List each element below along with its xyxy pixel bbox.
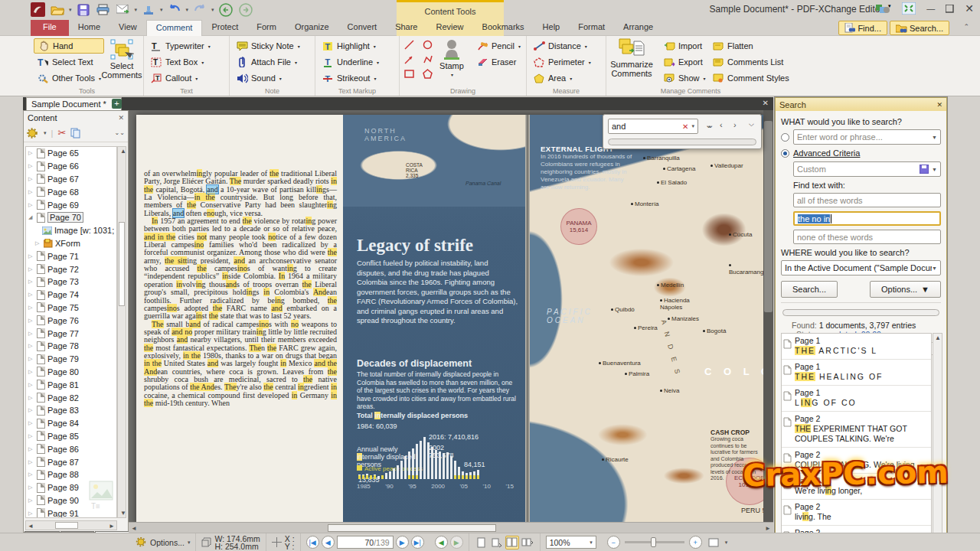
collapse-find-icon[interactable]: ⌵ — [749, 120, 754, 129]
zoom-slider[interactable] — [625, 541, 684, 543]
view-back-button[interactable]: ◀ — [435, 536, 448, 549]
results-scrollbar[interactable]: ▲▼ — [933, 333, 942, 544]
find-next-button[interactable]: › — [733, 120, 737, 129]
tree-item-page-72[interactable]: ▷Page 72 — [26, 262, 116, 276]
copy-icon[interactable] — [70, 128, 80, 139]
any-words-input[interactable]: the no in — [793, 211, 941, 226]
zoom-level-select[interactable]: 100%▾ — [546, 536, 596, 549]
tree-item-page-65[interactable]: ▷Page 65 — [26, 147, 116, 160]
continuous-view-icon[interactable] — [490, 536, 504, 549]
word-combo[interactable]: Enter word or phrase...▼ — [793, 129, 941, 145]
select-comments-button[interactable]: Select Comments — [98, 38, 145, 86]
eraser-button[interactable]: Eraser — [473, 54, 524, 70]
search-result-row[interactable]: Page 1THE HEALING OF — [782, 360, 931, 386]
save-criteria-icon[interactable] — [920, 165, 929, 174]
where-combo[interactable]: In the Active Document ("Sample Document… — [781, 260, 941, 276]
tab-home[interactable]: Home — [69, 20, 109, 36]
text-box-button[interactable]: TText Box▾ — [147, 54, 214, 70]
arrow-shape-icon[interactable] — [403, 53, 415, 65]
tree-horizontal-scrollbar[interactable]: ◄► — [25, 520, 117, 530]
sound-button[interactable]: Sound▾ — [233, 70, 303, 86]
underline-button[interactable]: TUnderline▾ — [318, 54, 382, 70]
find-button[interactable]: Find... — [838, 21, 887, 35]
open-button[interactable] — [49, 2, 66, 18]
page-number-input[interactable]: 70/139 — [337, 536, 394, 549]
previous-page-button[interactable]: ◀ — [322, 536, 335, 549]
new-tab-button[interactable]: + — [112, 99, 122, 109]
hand-tool-button[interactable]: Hand — [34, 38, 104, 54]
two-page-view-icon[interactable] — [505, 536, 519, 549]
other-tools-button[interactable]: Other Tools▾ — [34, 70, 104, 86]
tree-item-page-76[interactable]: ▷Page 76 — [26, 314, 116, 327]
fit-page-button[interactable] — [707, 536, 720, 549]
tab-protect[interactable]: Protect — [202, 20, 247, 36]
tree-item-page-81[interactable]: ▷Page 81 — [26, 378, 116, 391]
line-shape-icon[interactable] — [403, 38, 415, 51]
typewriter-button[interactable]: TTypewriter▾ — [147, 38, 214, 54]
search-results-list[interactable]: Page 1THE ARCTIC'S LPage 1THE HEALING OF… — [781, 333, 932, 544]
tab-format[interactable]: Format — [569, 20, 614, 36]
find-input[interactable]: and ✕ ▾ — [608, 119, 698, 134]
close-panel-icon[interactable]: ✕ — [118, 114, 124, 122]
tree-item-page-75[interactable]: ▷Page 75 — [26, 302, 116, 315]
strikeout-button[interactable]: TStrikeout▾ — [318, 70, 382, 86]
callout-button[interactable]: TCallout▾ — [147, 70, 214, 86]
advanced-criteria-link[interactable]: Advanced Criteria — [793, 148, 860, 158]
collapse-ribbon-button[interactable]: ⌃ — [963, 23, 969, 31]
tree-item-page-84[interactable]: ▷Page 84 — [26, 417, 116, 430]
first-page-button[interactable]: |◀ — [306, 536, 319, 549]
last-page-button[interactable]: ▶| — [411, 536, 424, 549]
find-history-dropdown[interactable]: ▾ — [691, 123, 694, 129]
zoom-out-button[interactable]: − — [607, 536, 620, 549]
polyline-shape-icon[interactable] — [421, 53, 433, 65]
stamp-dropdown[interactable]: ▾ — [160, 7, 163, 13]
tree-item-page-77[interactable]: ▷Page 77 — [26, 327, 116, 340]
clear-find-icon[interactable]: ✕ — [682, 122, 688, 131]
summarize-comments-button[interactable]: Summarize Comments — [606, 38, 657, 86]
tab-form[interactable]: Form — [247, 20, 286, 36]
tab-help[interactable]: Help — [534, 20, 570, 36]
document-horizontal-scrollbar[interactable]: ◄► — [129, 522, 773, 533]
tab-convert[interactable]: Convert — [338, 20, 387, 36]
tree-item-page-67[interactable]: ▷Page 67 — [26, 173, 116, 186]
tree-vertical-scrollbar[interactable]: ▲▼ — [117, 146, 126, 518]
flatten-comments-button[interactable]: Flatten — [709, 38, 792, 54]
tree-item-xform[interactable]: ▷XForm — [26, 237, 116, 250]
tab-comment[interactable]: Comment — [146, 20, 203, 36]
tree-item-page-85[interactable]: ▷Page 85 — [26, 430, 116, 443]
search-options-button[interactable]: Options...▼ — [870, 281, 941, 298]
minimize-button[interactable]: — — [926, 4, 935, 13]
search-result-row[interactable]: Page 2living. The — [782, 500, 931, 526]
next-page-button[interactable]: ▶ — [396, 536, 409, 549]
tree-item-page-83[interactable]: ▷Page 83 — [26, 404, 116, 417]
properties-gear-icon[interactable] — [27, 128, 39, 139]
perimeter-button[interactable]: Perimeter▾ — [530, 54, 594, 70]
cut-icon[interactable]: ✂ — [57, 127, 66, 139]
search-button[interactable]: Search... — [890, 21, 949, 35]
back-button[interactable] — [217, 2, 234, 18]
color-management-icon[interactable]: ▾ — [876, 3, 891, 14]
undo-dropdown[interactable]: ▾ — [186, 7, 189, 13]
tree-item-page-79[interactable]: ▷Page 79 — [26, 353, 116, 366]
tree-item-page-68[interactable]: ▷Page 68 — [26, 185, 116, 198]
sticky-note-button[interactable]: Sticky Note▾ — [233, 38, 303, 54]
comment-styles-button[interactable]: Comment Styles — [709, 70, 792, 86]
redo-dropdown[interactable]: ▾ — [211, 7, 214, 13]
redo-button[interactable] — [191, 2, 208, 18]
stamp-button[interactable]: Stamp▾ — [433, 38, 470, 86]
tab-review[interactable]: Review — [426, 20, 472, 36]
tab-organize[interactable]: Organize — [286, 20, 338, 36]
tree-item-page-70-selected[interactable]: ◢Page 70 — [26, 211, 116, 224]
zoom-in-button[interactable]: + — [689, 536, 702, 549]
close-search-icon[interactable]: ✕ — [936, 101, 942, 109]
comments-list-button[interactable]: Comments List — [709, 54, 792, 70]
tree-item-page-80[interactable]: ▷Page 80 — [26, 366, 116, 379]
open-dropdown[interactable]: ▾ — [69, 7, 72, 13]
tree-item-image[interactable]: Image [w: 1031; h — [26, 224, 116, 237]
area-button[interactable]: Area▾ — [530, 70, 594, 86]
word-radio[interactable] — [781, 133, 789, 142]
view-forward-button[interactable]: ▶ — [450, 536, 463, 549]
pentagon-shape-icon[interactable] — [421, 67, 433, 80]
tab-view[interactable]: View — [109, 20, 146, 36]
tree-item-page-73[interactable]: ▷Page 73 — [26, 276, 116, 289]
